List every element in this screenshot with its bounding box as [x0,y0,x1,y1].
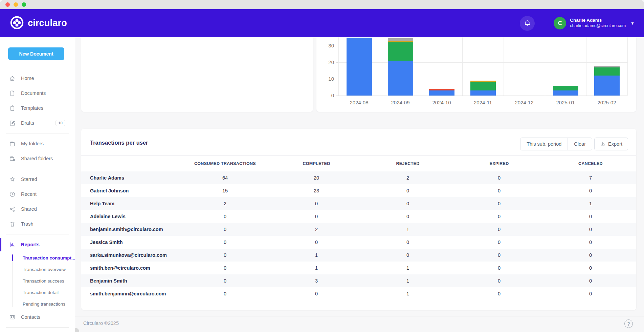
bar-segment-green-2025-02 [594,67,620,76]
value-cell: 1 [271,265,362,271]
value-cell: 0 [545,265,636,271]
sidebar-item-label: Contacts [21,314,40,320]
value-cell: 0 [453,188,545,193]
value-cell: 0 [271,201,362,206]
footer-copyright: Circularo ©2025 [83,320,119,326]
value-cell: 2 [271,227,362,232]
close-window-button[interactable] [5,2,10,7]
value-cell: 1 [271,252,362,258]
v-gridline [627,37,628,96]
new-document-button[interactable]: New Document [8,47,64,60]
reports-icon [9,242,16,248]
avatar: C [554,17,566,29]
sidebar-item-shared[interactable]: Shared [0,202,75,216]
table-body: Charlie Adams6420207Gabriel Johnson15230… [81,171,636,300]
v-gridline [421,37,421,96]
y-axis-tick-label: 30 [321,43,334,48]
value-cell: 0 [362,252,453,258]
user-name-cell: Gabriel Johnson [81,188,179,193]
filter-button-group: This sub. period Clear [520,138,592,150]
column-header: EXPIRED [453,161,545,166]
clock-icon [9,191,16,198]
value-cell: 0 [453,252,545,258]
user-name-cell: Charlie Adams [81,175,179,181]
sidebar-item-documents[interactable]: Documents [0,86,75,101]
value-cell: 0 [271,240,362,245]
this-sub-period-button[interactable]: This sub. period [520,138,568,150]
notifications-button[interactable] [520,16,535,31]
table-row: Adelaine Lewis00000 [81,210,636,223]
shared-folder-icon [9,155,16,162]
value-cell: 0 [453,227,545,232]
user-name-cell: benjamin.smith@circularo.com [81,227,179,232]
footer-divider [75,316,644,316]
value-cell: 0 [453,240,545,245]
table-row: smith.benjaminn@circularo.com00100 [81,287,636,300]
value-cell: 0 [545,252,636,258]
value-cell: 15 [179,188,271,193]
clear-button[interactable]: Clear [568,138,592,150]
user-name-cell: Adelaine Lewis [81,214,179,219]
minimize-window-button[interactable] [14,2,18,7]
value-cell: 0 [362,214,453,219]
brand-name: circularo [28,18,67,28]
table-row: Jessica Smith00000 [81,236,636,249]
sidebar-item-my-folders[interactable]: My folders [0,136,75,151]
value-cell: 0 [545,240,636,245]
sidebar-item-reports[interactable]: Reports [0,237,75,252]
value-cell: 2 [179,201,271,206]
sidebar-item-trash[interactable]: Trash [0,216,75,231]
value-cell: 2 [362,175,453,181]
y-axis-tick-label: 20 [321,59,334,65]
value-cell: 0 [453,201,545,206]
sidebar-item-label: Home [21,76,34,81]
sidebar-subitem-transaction-success[interactable]: Transaction success [0,275,75,287]
x-axis-category-label: 2024-11 [462,100,504,105]
sidebar-item-label: Drafts [21,120,34,126]
user-name-cell: smith.ben@circularo.com [81,265,179,271]
bell-icon [524,20,531,27]
sidebar-item-recent[interactable]: Recent [0,187,75,202]
chat-widget-partial[interactable] [75,328,79,332]
reports-subnav: Transaction consumpt...Transaction overv… [0,252,75,310]
h-gridline [338,79,627,79]
value-cell: 0 [545,227,636,232]
value-cell: 0 [545,291,636,296]
user-email: charlie.adams@circularo.com [570,23,626,29]
bar-segment-blue-2024-10 [429,90,454,96]
share-icon [9,206,16,212]
user-name-cell: Benjamin Smith [81,278,179,284]
value-cell: 0 [453,278,545,284]
brand[interactable]: circularo [10,16,67,31]
sidebar-item-contacts[interactable]: Contacts [0,310,75,325]
x-axis-category-label: 2024-08 [338,100,380,105]
sidebar-item-home[interactable]: Home [0,71,75,86]
column-header: CONSUMED TRANSACTIONS [179,161,271,166]
sidebar-item-label: Recent [21,191,37,197]
v-gridline [380,37,380,96]
sidebar-subitem-transaction-consumpt[interactable]: Transaction consumpt... [0,252,75,264]
sidebar-subitem-pending-transactions[interactable]: Pending transactions [0,298,75,310]
value-cell: 0 [179,214,271,219]
chart-card: 01020302024-082024-092024-102024-112024-… [316,37,636,112]
sidebar-item-starred[interactable]: Starred [0,172,75,187]
table-row: Charlie Adams6420207 [81,171,636,184]
transactions-per-user-card: Transactions per user This sub. period C… [81,129,636,310]
sidebar-item-shared-folders[interactable]: Shared folders [0,151,75,166]
left-panel-card [81,37,313,112]
column-header: REJECTED [362,161,453,166]
export-button[interactable]: Export [594,138,628,150]
chevron-down-icon: ▼ [630,21,635,26]
h-gridline [338,46,627,46]
value-cell: 0 [545,278,636,284]
sidebar-item-drafts[interactable]: Drafts10 [0,116,75,130]
sidebar-subitem-transaction-detail[interactable]: Transaction detail [0,287,75,298]
trash-icon [9,221,16,227]
user-menu[interactable]: C Charlie Adams charlie.adams@circularo.… [554,17,635,29]
zoom-window-button[interactable] [22,2,26,7]
star-icon [9,176,16,183]
help-button[interactable]: ? [624,319,633,328]
draft-icon [9,120,16,126]
sidebar-item-templates[interactable]: Templates [0,101,75,116]
sidebar-subitem-transaction-overview[interactable]: Transaction overview [0,264,75,275]
